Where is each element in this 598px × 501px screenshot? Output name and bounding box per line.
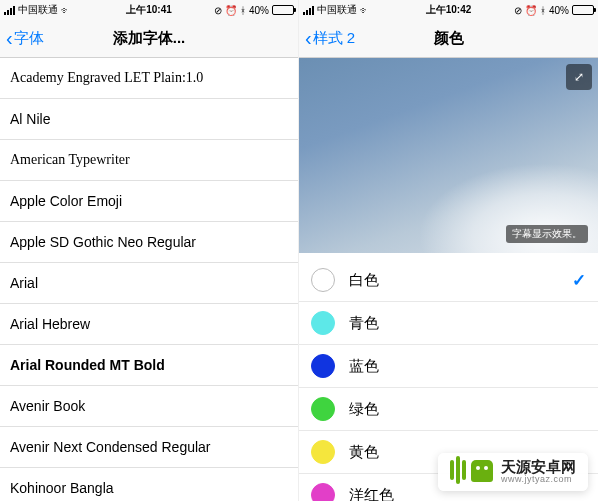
- color-swatch: [311, 440, 335, 464]
- back-label: 样式 2: [313, 29, 356, 48]
- bluetooth-icon: ᚼ: [540, 5, 546, 16]
- font-item[interactable]: Kohinoor Bangla: [0, 468, 298, 501]
- battery-icon: [572, 5, 594, 15]
- font-item[interactable]: Arial Hebrew: [0, 304, 298, 345]
- font-item[interactable]: Arial: [0, 263, 298, 304]
- signal-icon: [4, 6, 15, 15]
- color-label: 青色: [349, 314, 586, 333]
- color-swatch: [311, 354, 335, 378]
- bluetooth-icon: ᚼ: [240, 5, 246, 16]
- font-item[interactable]: Avenir Book: [0, 386, 298, 427]
- status-time: 上午10:41: [126, 3, 172, 17]
- font-item[interactable]: Academy Engraved LET Plain:1.0: [0, 58, 298, 99]
- back-label: 字体: [14, 29, 44, 48]
- color-swatch: [311, 311, 335, 335]
- chevron-left-icon: ‹: [6, 27, 13, 50]
- font-item[interactable]: Avenir Next Condensed Regular: [0, 427, 298, 468]
- nav-bar: ‹ 样式 2 颜色: [299, 20, 598, 58]
- battery-pct: 40%: [549, 5, 569, 16]
- font-item[interactable]: Al Nile: [0, 99, 298, 140]
- alarm-icon: ⏰: [525, 5, 537, 16]
- page-title: 颜色: [434, 29, 464, 48]
- page-title: 添加字体...: [113, 29, 186, 48]
- preview-caption: 字幕显示效果。: [506, 225, 588, 243]
- color-item-green[interactable]: 绿色: [299, 388, 598, 431]
- battery-icon: [272, 5, 294, 15]
- color-label: 蓝色: [349, 357, 586, 376]
- color-label: 白色: [349, 271, 572, 290]
- alarm-icon: ⏰: [225, 5, 237, 16]
- wifi-icon: ᯤ: [61, 5, 71, 16]
- rotation-lock-icon: ⊘: [214, 5, 222, 16]
- status-time: 上午10:42: [426, 3, 472, 17]
- color-content: ⤢ 字幕显示效果。 白色 ✓ 青色 蓝色: [299, 58, 598, 501]
- status-bar: 中国联通 ᯤ 上午10:42 ⊘ ⏰ ᚼ 40%: [299, 0, 598, 20]
- color-swatch: [311, 483, 335, 501]
- watermark-logo-icon: [450, 460, 493, 484]
- wifi-icon: ᯤ: [360, 5, 370, 16]
- back-button[interactable]: ‹ 字体: [6, 27, 44, 50]
- watermark: 天源安卓网 www.jytyaz.com: [438, 453, 588, 491]
- phone-right: 中国联通 ᯤ 上午10:42 ⊘ ⏰ ᚼ 40% ‹ 样式 2 颜色: [299, 0, 598, 501]
- color-swatch: [311, 268, 335, 292]
- expand-icon: ⤢: [574, 70, 584, 84]
- check-icon: ✓: [572, 270, 586, 291]
- expand-button[interactable]: ⤢: [566, 64, 592, 90]
- watermark-name: 天源安卓网: [501, 459, 576, 476]
- nav-bar: ‹ 字体 添加字体...: [0, 20, 298, 58]
- watermark-domain: www.jytyaz.com: [501, 475, 576, 485]
- color-item-blue[interactable]: 蓝色: [299, 345, 598, 388]
- font-list: Academy Engraved LET Plain:1.0 Al Nile A…: [0, 58, 298, 501]
- phone-left: 中国联通 ᯤ 上午10:41 ⊘ ⏰ ᚼ 40% ‹ 字体 添加字体... Ac…: [0, 0, 299, 501]
- carrier-label: 中国联通: [18, 3, 58, 17]
- subtitle-preview[interactable]: ⤢ 字幕显示效果。: [299, 58, 598, 253]
- font-item[interactable]: American Typewriter: [0, 140, 298, 181]
- color-label: 绿色: [349, 400, 586, 419]
- font-list-content[interactable]: Academy Engraved LET Plain:1.0 Al Nile A…: [0, 58, 298, 501]
- rotation-lock-icon: ⊘: [514, 5, 522, 16]
- color-item-white[interactable]: 白色 ✓: [299, 259, 598, 302]
- font-item[interactable]: Apple Color Emoji: [0, 181, 298, 222]
- chevron-left-icon: ‹: [305, 27, 312, 50]
- back-button[interactable]: ‹ 样式 2: [305, 27, 355, 50]
- carrier-label: 中国联通: [317, 3, 357, 17]
- color-swatch: [311, 397, 335, 421]
- status-bar: 中国联通 ᯤ 上午10:41 ⊘ ⏰ ᚼ 40%: [0, 0, 298, 20]
- battery-pct: 40%: [249, 5, 269, 16]
- color-item-cyan[interactable]: 青色: [299, 302, 598, 345]
- font-item[interactable]: Apple SD Gothic Neo Regular: [0, 222, 298, 263]
- font-item[interactable]: Arial Rounded MT Bold: [0, 345, 298, 386]
- signal-icon: [303, 6, 314, 15]
